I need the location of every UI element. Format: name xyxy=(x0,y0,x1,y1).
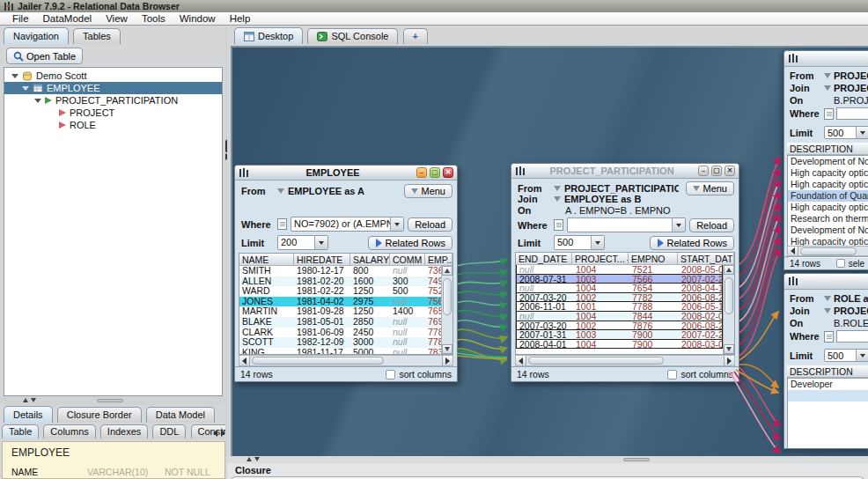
related-rows-button[interactable]: Related Rows xyxy=(368,236,452,250)
list-row[interactable]: High capacity optical xyxy=(788,202,868,213)
close-button[interactable] xyxy=(725,166,735,176)
project-browser-window[interactable]: From PROJECT Join PROJECT On B.PROJE Whe… xyxy=(783,50,868,270)
vertical-scrollbar[interactable] xyxy=(441,266,452,354)
tab-sql-console[interactable]: SQL Console xyxy=(307,28,398,44)
horizontal-scrollbar[interactable] xyxy=(239,355,453,366)
desktop-canvas[interactable]: EMPLOYEE From EMPLOYEE as A Menu Where N… xyxy=(231,46,868,456)
minimize-button[interactable] xyxy=(416,167,427,178)
scroll-left-button[interactable] xyxy=(516,356,526,365)
table-row[interactable]: ALLEN 1981-02-20 1600 300 7499 xyxy=(239,276,441,287)
list-row[interactable]: High capacity optical xyxy=(788,179,868,190)
scroll-right-button[interactable] xyxy=(724,356,734,365)
employee-browser-window[interactable]: EMPLOYEE From EMPLOYEE as A Menu Where N… xyxy=(234,165,458,382)
combo-dropdown-button[interactable] xyxy=(672,218,685,232)
splitter-up-icon[interactable] xyxy=(23,398,28,402)
table-row[interactable]: SMITH 1980-12-17 800 null 7369 xyxy=(239,266,441,276)
column-header-description[interactable]: DESCRIPTION xyxy=(787,143,868,155)
column-header-description[interactable]: DESCRIPTION xyxy=(787,365,868,378)
closure-splitter[interactable] xyxy=(227,456,868,463)
combo-dropdown-button[interactable] xyxy=(314,236,327,249)
menu-button[interactable]: Menu xyxy=(404,184,452,198)
menu-view[interactable]: View xyxy=(99,13,135,24)
tree-item-project-participation[interactable]: PROJECT_PARTICIPATION xyxy=(4,94,222,107)
tab-navigation[interactable]: Navigation xyxy=(4,27,69,44)
expand-caret-icon[interactable] xyxy=(11,74,18,78)
scroll-up-button[interactable] xyxy=(724,265,734,275)
tree-item-employee[interactable]: EMPLOYEE xyxy=(4,82,222,94)
tree-item-project[interactable]: PROJECT xyxy=(4,107,222,119)
scrollbar-thumb[interactable] xyxy=(443,278,452,315)
horizontal-scrollbar[interactable] xyxy=(787,246,868,256)
horizontal-scrollbar[interactable] xyxy=(515,355,735,366)
window-titlebar[interactable] xyxy=(784,51,868,67)
table-row[interactable]: null 1004 7521 2008-05-01 xyxy=(516,265,723,275)
combo-dropdown-button[interactable] xyxy=(856,127,868,138)
sort-columns-checkbox[interactable] xyxy=(386,370,395,380)
reload-button[interactable]: Reload xyxy=(408,217,452,232)
list-row[interactable]: High capacity optical xyxy=(788,167,868,179)
tree-item-role[interactable]: ROLE xyxy=(4,119,222,131)
splitter-down-icon[interactable] xyxy=(254,457,260,461)
tab-scroll-left-icon[interactable] xyxy=(213,430,217,437)
scroll-right-button[interactable] xyxy=(442,356,452,365)
project-participation-browser-window[interactable]: PROJECT_PARTICIPATION From PROJECT_PARTI… xyxy=(511,163,739,382)
scroll-left-button[interactable] xyxy=(788,247,798,255)
column-header-start-date[interactable]: START_DAT xyxy=(678,253,734,265)
condition-editor-icon[interactable] xyxy=(554,219,563,231)
where-condition-field[interactable] xyxy=(836,330,868,343)
scrollbar-thumb[interactable] xyxy=(800,247,857,255)
column-header-end-date[interactable]: END_DATE xyxy=(516,253,572,265)
table-row[interactable]: KING 1981-11-17 5000 null 7839 xyxy=(239,348,441,354)
where-condition-field[interactable] xyxy=(836,107,868,120)
tab-table[interactable]: Table xyxy=(2,424,39,438)
scrollbar-thumb[interactable] xyxy=(528,357,664,365)
limit-combo[interactable]: 500 xyxy=(554,235,605,250)
window-titlebar[interactable]: EMPLOYEE xyxy=(235,166,457,181)
condition-editor-icon[interactable] xyxy=(824,108,834,120)
list-row[interactable]: Foundation of Quantu xyxy=(788,190,868,202)
table-row[interactable]: 2007-03-20 1002 7782 2006-08-22 xyxy=(516,292,723,303)
vertical-scrollbar[interactable] xyxy=(723,265,734,354)
table-row[interactable]: 2008-04-01 1004 7900 2008-03-01 xyxy=(516,339,723,350)
scroll-down-button[interactable] xyxy=(442,344,452,354)
tab-data-model[interactable]: Data Model xyxy=(146,407,215,423)
table-row[interactable]: MARTIN 1981-09-28 1250 1400 7654 xyxy=(239,306,441,317)
combo-dropdown-button[interactable] xyxy=(591,236,604,249)
tab-ddl[interactable]: DDL xyxy=(152,424,186,438)
table-row[interactable]: WARD 1981-02-22 1250 500 7521 xyxy=(239,286,441,297)
table-row[interactable]: 2007-01-31 1003 7900 2007-02-24 xyxy=(516,329,723,340)
scrollbar-thumb[interactable] xyxy=(252,357,384,365)
tab-indexes[interactable]: Indexes xyxy=(100,424,149,438)
list-row[interactable]: Development of Nove xyxy=(788,225,868,236)
tab-desktop[interactable]: Desktop xyxy=(234,27,303,44)
role-browser-window[interactable]: From ROLE as Join PROJECT On B.ROLE_ Whe… xyxy=(783,273,868,449)
splitter-grip[interactable] xyxy=(97,399,123,402)
menu-file[interactable]: File xyxy=(5,13,36,24)
menu-help[interactable]: Help xyxy=(223,13,258,24)
limit-combo[interactable]: 200 xyxy=(277,235,328,250)
condition-editor-icon[interactable] xyxy=(277,218,287,230)
column-header-comm[interactable]: COMM xyxy=(390,254,425,266)
tab-new-browser[interactable]: + xyxy=(403,28,428,44)
reload-button[interactable]: Reload xyxy=(689,218,734,232)
table-row[interactable]: SCOTT 1982-12-09 3000 null 7788 xyxy=(239,337,441,348)
tab-closure-border[interactable]: Closure Border xyxy=(57,407,142,423)
tab-columns[interactable]: Columns xyxy=(43,424,95,438)
window-titlebar[interactable]: PROJECT_PARTICIPATION xyxy=(511,164,739,179)
table-row[interactable]: 2007-03-20 1002 7876 2006-08-22 xyxy=(516,321,723,331)
splitter-down-icon[interactable] xyxy=(31,398,36,402)
column-header-project[interactable]: PROJECT... xyxy=(572,253,629,265)
tab-details[interactable]: Details xyxy=(4,406,53,423)
condition-editor-icon[interactable] xyxy=(824,331,834,343)
tree-item-demo-scott[interactable]: Demo Scott xyxy=(4,70,222,82)
column-header-empno[interactable]: EMPNO xyxy=(629,253,678,265)
scroll-up-button[interactable] xyxy=(442,266,452,276)
menu-tools[interactable]: Tools xyxy=(135,13,173,24)
os-titlebar[interactable]: Jailer 7.9.2 - Relational Data Browser xyxy=(0,0,868,12)
list-row[interactable]: Development of Nove xyxy=(788,156,868,167)
table-row[interactable]: JONES 1981-04-02 2975 null 7566 xyxy=(239,297,441,307)
where-condition-combo[interactable]: NO=7902) or (A.EMPNO=7934) xyxy=(291,217,404,232)
scrollbar-thumb[interactable] xyxy=(725,277,733,314)
combo-dropdown-button[interactable] xyxy=(390,217,403,231)
splitter-grip[interactable] xyxy=(623,458,650,461)
